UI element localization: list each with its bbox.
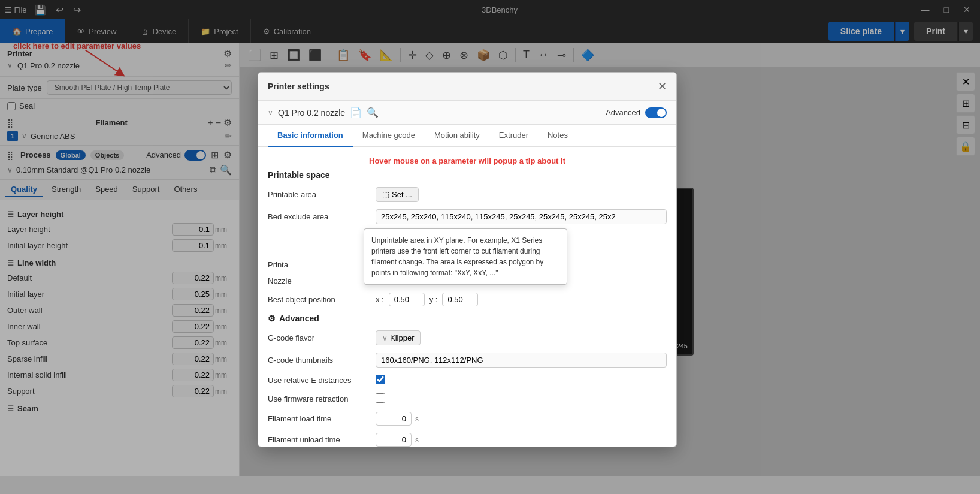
y-label: y :: [429, 295, 438, 304]
dialog-advanced-label: Advanced: [606, 108, 640, 117]
filament-load-time-value: s: [376, 412, 667, 426]
hover-annotation: Hover mouse on a parameter will popup a …: [268, 156, 667, 165]
dialog-close-button[interactable]: ✕: [658, 80, 667, 93]
dialog-tab-motion[interactable]: Motion ability: [425, 125, 489, 147]
best-object-position-value: x : y :: [376, 293, 667, 306]
relative-e-label: Use relative E distances: [268, 376, 376, 385]
dialog-header: Printer settings ✕: [258, 73, 676, 101]
filament-unload-time-value: s: [376, 433, 667, 447]
dialog-tab-basic[interactable]: Basic information: [268, 125, 353, 147]
dialog-overlay: Printer settings ✕ ∨ Q1 Pro 0.2 nozzle 📄…: [0, 0, 980, 494]
filament-unload-time-input[interactable]: [376, 433, 412, 447]
x-input[interactable]: [389, 293, 425, 306]
firmware-retraction-label: Use firmware retraction: [268, 394, 376, 403]
dialog-title: Printer settings: [268, 82, 329, 91]
y-input[interactable]: [442, 293, 478, 306]
dialog-search-icon[interactable]: 🔍: [367, 107, 379, 118]
gcode-thumbnails-row: G-code thumbnails: [268, 353, 667, 368]
filament-load-time-row: Filament load time s: [268, 412, 667, 426]
tooltip-popup: Unprintable area in XY plane. For exampl…: [364, 228, 567, 285]
set-label: Set ...: [392, 190, 412, 199]
dialog-advanced-toggle: Advanced: [606, 107, 667, 118]
dialog-advanced-switch[interactable]: [645, 107, 667, 118]
filament-load-time-group: s: [376, 412, 667, 426]
bed-exclude-input[interactable]: [376, 209, 667, 224]
gcode-flavor-select[interactable]: ∨ Klipper: [376, 330, 421, 345]
tooltip-text: Unprintable area in XY plane. For exampl…: [371, 236, 543, 277]
advanced-section: ⚙ Advanced G-code flavor ∨ Klipper G-c: [268, 314, 667, 447]
printable-area-value: ⬚ Set ...: [376, 187, 667, 202]
nozzle-label: Nozzle: [268, 276, 376, 285]
firmware-retraction-checkbox[interactable]: [376, 393, 385, 403]
dialog-subheader: ∨ Q1 Pro 0.2 nozzle 📄 🔍 Advanced: [258, 101, 676, 125]
gcode-flavor-label: G-code flavor: [268, 333, 376, 342]
set-button[interactable]: ⬚ Set ...: [376, 187, 419, 202]
filament-load-time-input[interactable]: [376, 412, 412, 426]
relative-e-row: Use relative E distances: [268, 375, 667, 386]
relative-e-checkbox[interactable]: [376, 375, 385, 384]
gcode-thumbnails-input[interactable]: [376, 353, 667, 368]
filament-unload-time-row: Filament unload time s: [268, 433, 667, 447]
printer-settings-dialog: Printer settings ✕ ∨ Q1 Pro 0.2 nozzle 📄…: [258, 72, 677, 447]
firmware-retraction-value: [376, 393, 667, 405]
dialog-tab-notes[interactable]: Notes: [538, 125, 577, 147]
printable-area-label: Printable area: [268, 190, 376, 199]
gear-icon: ⚙: [268, 314, 276, 323]
filament-unload-time-unit: s: [415, 436, 419, 444]
firmware-retraction-row: Use firmware retraction: [268, 393, 667, 405]
advanced-section-title[interactable]: ⚙ Advanced: [268, 314, 667, 323]
gcode-thumbnails-value: [376, 353, 667, 368]
gcode-flavor-value: ∨ Klipper: [376, 330, 667, 345]
printable-area-row: Printable area ⬚ Set ...: [268, 187, 667, 202]
filament-unload-time-group: s: [376, 433, 667, 447]
filament-unload-time-label: Filament unload time: [268, 435, 376, 444]
x-label: x :: [376, 295, 384, 304]
filament-load-time-unit: s: [415, 415, 419, 423]
filament-load-time-label: Filament load time: [268, 414, 376, 423]
dialog-tab-gcode[interactable]: Machine gcode: [353, 125, 425, 147]
set-icon: ⬚: [382, 190, 389, 199]
bed-exclude-row: Bed exclude area: [268, 209, 667, 224]
dialog-body: Hover mouse on a parameter will popup a …: [258, 147, 676, 447]
bed-exclude-container: Bed exclude area Unprintable area in XY …: [268, 209, 667, 224]
dialog-printer-name: Q1 Pro 0.2 nozzle: [278, 108, 345, 118]
printa-label: Printa: [268, 260, 376, 269]
dialog-tab-extruder[interactable]: Extruder: [489, 125, 538, 147]
best-object-position-label: Best object position: [268, 295, 376, 304]
bed-exclude-label: Bed exclude area: [268, 212, 376, 221]
hover-annotation-text: Hover mouse on a parameter will popup a …: [369, 156, 565, 165]
gcode-thumbnails-label: G-code thumbnails: [268, 356, 376, 365]
gcode-flavor-option: Klipper: [390, 333, 414, 342]
dialog-printer-row: ∨ Q1 Pro 0.2 nozzle 📄 🔍: [268, 107, 379, 118]
bed-exclude-value: [376, 209, 667, 224]
dialog-tabs: Basic information Machine gcode Motion a…: [258, 125, 676, 147]
relative-e-value: [376, 375, 667, 386]
printable-space-title: Printable space: [268, 170, 667, 180]
best-object-position-row: Best object position x : y :: [268, 293, 667, 306]
coord-group: x : y :: [376, 293, 667, 306]
dialog-file-icon[interactable]: 📄: [350, 107, 362, 118]
gcode-flavor-row: G-code flavor ∨ Klipper: [268, 330, 667, 345]
